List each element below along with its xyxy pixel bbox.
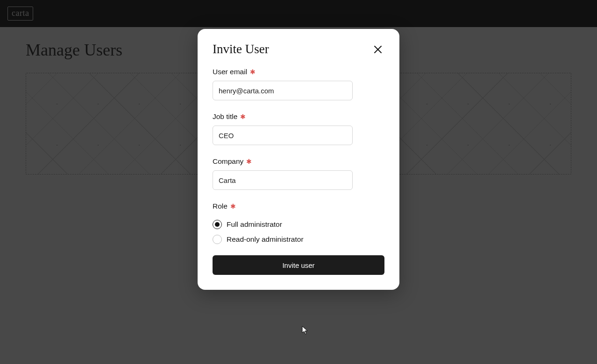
required-marker: ✱ (246, 158, 252, 165)
field-company: Company ✱ (213, 157, 384, 190)
label-job-title: Job title ✱ (213, 112, 246, 121)
label-email: User email ✱ (213, 68, 256, 76)
close-button[interactable] (371, 43, 384, 56)
label-company-text: Company (213, 157, 243, 166)
radio-full-admin[interactable]: Full administrator (213, 220, 384, 229)
field-job-title: Job title ✱ (213, 112, 384, 145)
role-radio-group: Full administrator Read-only administrat… (213, 220, 384, 244)
email-input[interactable] (213, 81, 353, 100)
job-title-input[interactable] (213, 126, 353, 145)
invite-user-modal: Invite User User email ✱ Job title ✱ (198, 29, 399, 290)
field-email: User email ✱ (213, 68, 384, 100)
radio-full-admin-label: Full administrator (227, 220, 282, 229)
radio-readonly-admin-label: Read-only administrator (227, 235, 304, 244)
label-company: Company ✱ (213, 157, 252, 166)
close-icon (373, 45, 383, 54)
modal-header: Invite User (213, 42, 384, 56)
radio-icon (213, 220, 222, 229)
radio-icon (213, 235, 222, 244)
company-input[interactable] (213, 170, 353, 190)
invite-user-button[interactable]: Invite user (213, 255, 384, 275)
required-marker: ✱ (250, 68, 256, 76)
label-role: Role ✱ (213, 202, 236, 210)
label-role-text: Role (213, 202, 227, 210)
label-job-title-text: Job title (213, 112, 237, 121)
field-role: Role ✱ Full administrator Read-only admi… (213, 202, 384, 244)
required-marker: ✱ (230, 203, 236, 210)
modal-title: Invite User (213, 42, 269, 56)
radio-readonly-admin[interactable]: Read-only administrator (213, 235, 384, 244)
required-marker: ✱ (240, 113, 246, 120)
modal-overlay[interactable]: Invite User User email ✱ Job title ✱ (0, 0, 597, 364)
label-email-text: User email (213, 68, 247, 76)
